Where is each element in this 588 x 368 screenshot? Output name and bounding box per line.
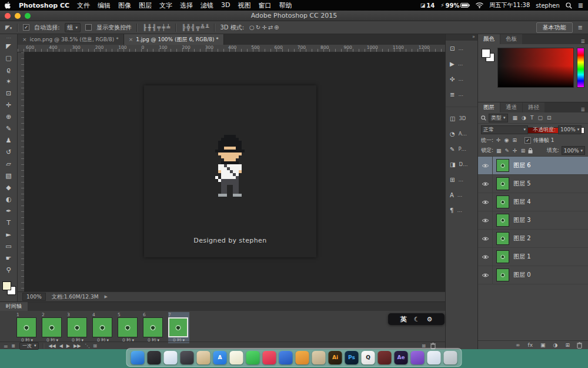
tab-channels[interactable]: 通道 bbox=[500, 102, 522, 112]
close-tab-icon[interactable]: × bbox=[129, 37, 133, 42]
foreground-color-swatch[interactable] bbox=[2, 281, 11, 290]
color-cube-picker[interactable] bbox=[497, 48, 574, 88]
layers-footer-button[interactable]: ⊞ bbox=[564, 342, 570, 348]
layers-panel-menu-icon[interactable]: ≣ bbox=[577, 107, 588, 112]
3d-mode-button[interactable]: ○ bbox=[249, 24, 255, 31]
menubar-menu[interactable]: 帮助 bbox=[279, 1, 292, 10]
collapsed-panel-adjustments[interactable]: ◔A… bbox=[446, 126, 477, 141]
show-transform-checkbox[interactable] bbox=[85, 24, 92, 31]
layers-footer-button[interactable]: ◑ bbox=[553, 342, 559, 348]
status-metric-indicator[interactable]: ◪14 bbox=[420, 2, 435, 9]
collapsed-panel-misc[interactable]: ⊞… bbox=[446, 172, 477, 187]
crop-tool[interactable]: ⊡ bbox=[1, 87, 16, 99]
collapsed-panel-actions[interactable]: ▶… bbox=[446, 56, 477, 71]
toolbar-grip[interactable]: ⋯ bbox=[6, 35, 11, 40]
collapsed-panel-paragraph[interactable]: ¶… bbox=[446, 203, 477, 218]
layer-filter-button[interactable]: T bbox=[530, 115, 534, 121]
dock-trash[interactable] bbox=[444, 351, 457, 364]
menubar-menu[interactable]: 滤镜 bbox=[201, 1, 213, 10]
dock-mail[interactable] bbox=[427, 351, 441, 364]
menubar-menu[interactable]: 视图 bbox=[238, 1, 251, 10]
propagate-frame-checkbox[interactable]: ✓ bbox=[524, 137, 531, 144]
lock-button[interactable]: ▦ bbox=[496, 148, 502, 154]
tab-layers[interactable]: 图层 bbox=[478, 102, 500, 112]
layer-visibility-toggle[interactable] bbox=[478, 175, 493, 193]
layer-visibility-toggle[interactable] bbox=[478, 248, 493, 266]
menubar-menu[interactable]: 3D bbox=[221, 1, 230, 10]
unify-button[interactable]: ⊞ bbox=[512, 137, 517, 143]
layer-visibility-toggle[interactable] bbox=[478, 157, 493, 174]
horizontal-ruler[interactable]: 6004003002001000100200300400500600700800… bbox=[18, 45, 445, 52]
layer-filter-button[interactable]: ▢ bbox=[537, 115, 543, 121]
menubar-clock[interactable]: 周五下午11:38 bbox=[489, 1, 530, 9]
layer-row[interactable]: 图层 6 bbox=[478, 157, 588, 175]
dock-stamp[interactable] bbox=[312, 351, 326, 364]
timeline-frame-3[interactable]: 30 秒▾ bbox=[67, 312, 88, 343]
blend-mode-dropdown[interactable]: 正常▾ bbox=[481, 125, 528, 134]
convert-timeline-button[interactable]: ≣ bbox=[11, 343, 15, 349]
magic-wand-tool[interactable]: ✶ bbox=[1, 75, 16, 87]
layer-visibility-toggle[interactable] bbox=[478, 211, 493, 229]
timeline-frame-4[interactable]: 40 秒▾ bbox=[92, 312, 113, 343]
timeline-frame-6[interactable]: 60 秒▾ bbox=[143, 312, 164, 343]
3d-mode-button[interactable]: ↻ bbox=[255, 24, 261, 31]
frame-thumbnail[interactable] bbox=[92, 317, 112, 337]
layer-row[interactable]: 图层 3 bbox=[478, 211, 588, 230]
brush-tool[interactable]: ✎ bbox=[1, 122, 16, 134]
dock-orange-app[interactable] bbox=[296, 351, 309, 364]
timeline-frame-1[interactable]: 10 秒▾ bbox=[16, 312, 38, 343]
unify-button[interactable]: ◉ bbox=[504, 137, 510, 143]
convert-timeline-button[interactable]: ⚌ bbox=[4, 343, 8, 349]
timeline-frame-2[interactable]: 20 秒▾ bbox=[42, 312, 63, 343]
unify-button[interactable]: ✛ bbox=[496, 137, 502, 143]
input-method-switcher[interactable]: 英 ☾ ⚙ bbox=[388, 313, 445, 325]
tab-paths[interactable]: 路径 bbox=[523, 102, 544, 112]
pen-tool[interactable]: ✒ bbox=[1, 205, 16, 217]
align-button[interactable]: ╢ bbox=[152, 24, 156, 31]
zoom-window-button[interactable] bbox=[25, 13, 31, 19]
menubar-menu[interactable]: 编辑 bbox=[98, 1, 111, 10]
spotlight-search-icon[interactable] bbox=[566, 2, 572, 9]
dock-red-dark-app[interactable] bbox=[378, 351, 392, 364]
menubar-menu[interactable]: 图层 bbox=[139, 1, 152, 10]
hue-slider[interactable] bbox=[577, 48, 584, 88]
zoom-tool[interactable]: ⚲ bbox=[1, 264, 16, 276]
layer-row[interactable]: 图层 0 bbox=[478, 266, 588, 284]
close-tab-icon[interactable]: × bbox=[22, 37, 27, 42]
align-button[interactable]: ╟ bbox=[142, 24, 147, 31]
app-menu[interactable]: Photoshop CC bbox=[19, 2, 69, 9]
frame-thumbnail[interactable] bbox=[168, 317, 188, 337]
hand-tool[interactable]: ☛ bbox=[1, 252, 16, 264]
spot-healing-brush-tool[interactable]: ⊕ bbox=[1, 111, 16, 122]
status-popup-arrow[interactable]: ▶ bbox=[104, 294, 107, 299]
lock-all-icon[interactable] bbox=[528, 148, 533, 154]
collapsed-panel-styles[interactable]: ≣… bbox=[446, 87, 477, 102]
tab-swatches[interactable]: 色板 bbox=[500, 34, 522, 44]
layer-row[interactable]: 图层 5 bbox=[478, 175, 588, 193]
document-tab-2[interactable]: ×1.jpg @ 100% (图层 6, RGB/8) * bbox=[124, 34, 224, 45]
eraser-tool[interactable]: ▱ bbox=[1, 158, 16, 170]
layer-visibility-toggle[interactable] bbox=[478, 230, 493, 247]
close-window-button[interactable] bbox=[5, 13, 11, 19]
dock-notes[interactable] bbox=[230, 351, 243, 364]
current-tool-icon[interactable]: ◤▾ bbox=[5, 24, 12, 31]
layer-visibility-toggle[interactable] bbox=[478, 193, 493, 211]
layers-footer-button[interactable]: fx bbox=[527, 342, 534, 348]
dock-purple-app[interactable] bbox=[411, 351, 425, 364]
timeline-frame-5[interactable]: 50 秒▾ bbox=[118, 312, 139, 343]
document-image[interactable]: Designed by stephen bbox=[144, 85, 316, 257]
shape-tool[interactable]: ▭ bbox=[1, 240, 16, 252]
frame-edit-button[interactable]: ⊞ bbox=[93, 343, 97, 349]
layers-footer-button[interactable]: ∞ bbox=[515, 342, 521, 348]
workspace-menu-icon[interactable]: ≣ bbox=[577, 24, 583, 31]
collapsed-panel-properties[interactable]: ✎P… bbox=[446, 141, 477, 157]
document-tab-1[interactable]: ×icon.png @ 38.5% (信息, RGB/8) * bbox=[18, 34, 124, 45]
workspace-switcher-button[interactable]: 基本功能 bbox=[536, 22, 573, 33]
frame-edit-button[interactable]: ⋱ bbox=[85, 343, 89, 349]
3d-mode-button[interactable]: ⊕ bbox=[273, 24, 279, 31]
align-button[interactable]: ╫ bbox=[147, 24, 152, 31]
3d-mode-button[interactable]: ⇄ bbox=[268, 24, 273, 31]
lasso-tool[interactable]: ϱ bbox=[1, 64, 16, 75]
history-brush-tool[interactable]: ↺ bbox=[1, 146, 16, 158]
delete-layer-trash-icon[interactable] bbox=[577, 342, 582, 349]
